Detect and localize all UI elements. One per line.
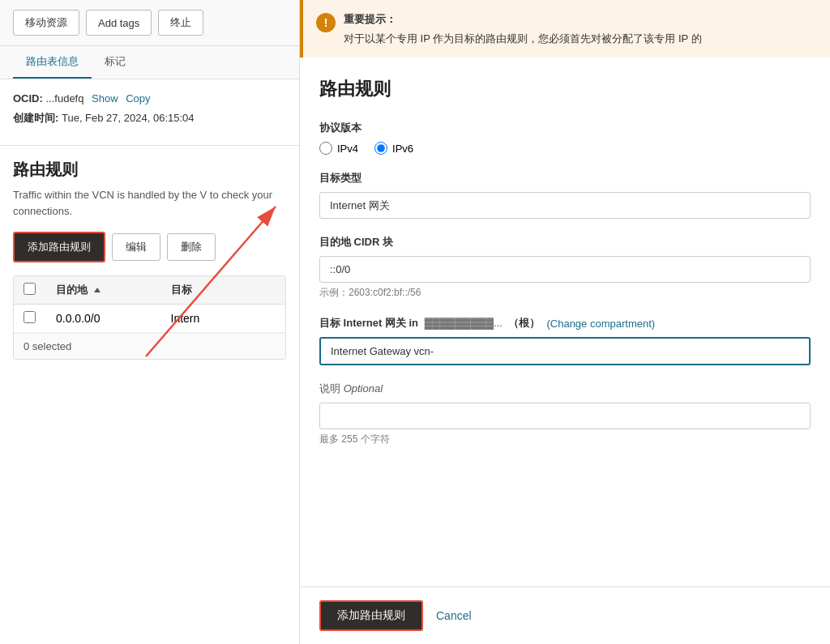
show-link[interactable]: Show	[92, 92, 118, 104]
ipv6-label: IPv6	[392, 143, 413, 155]
select-all-checkbox[interactable]	[24, 283, 36, 295]
description-label-text: 说明	[319, 382, 340, 395]
created-label: 创建时间:	[13, 112, 58, 124]
target-gateway-label-row: 目标 Internet 网关 in ▓▓▓▓▓▓▓▓▓... （根） (Chan…	[319, 316, 811, 331]
row-checkbox-col	[24, 311, 46, 326]
top-toolbar: 移动资源 Add tags 终止	[0, 0, 299, 46]
modal-content: 路由规则 协议版本 IPv4 IPv6 目标类型 目的地 CIDR 块	[300, 58, 830, 586]
move-resource-button[interactable]: 移动资源	[13, 10, 79, 36]
description-hint: 最多 255 个字符	[319, 433, 811, 446]
description-optional: Optional	[344, 382, 383, 395]
table-header: 目的地 目标	[14, 276, 285, 305]
warning-title: 重要提示：	[344, 11, 702, 28]
tab-tags[interactable]: 标记	[92, 46, 139, 79]
protocol-group: 协议版本 IPv4 IPv6	[319, 121, 811, 155]
target-type-input[interactable]	[319, 192, 811, 219]
col-target-header: 目标	[171, 283, 276, 297]
modal-title: 路由规则	[319, 77, 811, 101]
cancel-button[interactable]: Cancel	[436, 609, 472, 622]
right-panel: ! 重要提示： 对于以某个专用 IP 作为目标的路由规则，您必须首先对被分配了该…	[300, 0, 830, 644]
copy-link[interactable]: Copy	[126, 92, 150, 104]
ipv4-label: IPv4	[337, 143, 358, 155]
table-footer: 0 selected	[14, 333, 285, 359]
dest-cidr-group: 目的地 CIDR 块 示例：2603:c0f2:bf::/56	[319, 235, 811, 300]
route-rules-table: 目的地 目标 0.0.0.0/0 Intern 0 selected	[13, 275, 286, 360]
left-panel: 移动资源 Add tags 终止 路由表信息 标记 OCID: ...fudef…	[0, 0, 300, 644]
ocid-label: OCID:	[13, 92, 43, 104]
info-section: OCID: ...fudefq Show Copy 创建时间: Tue, Feb…	[0, 79, 299, 146]
ipv6-radio-item[interactable]: IPv6	[374, 142, 413, 155]
modal-footer: 添加路由规则 Cancel	[300, 586, 830, 644]
warning-banner: ! 重要提示： 对于以某个专用 IP 作为目标的路由规则，您必须首先对被分配了该…	[300, 0, 830, 58]
target-type-group: 目标类型	[319, 171, 811, 219]
warning-body: 对于以某个专用 IP 作为目标的路由规则，您必须首先对被分配了该专用 IP 的	[344, 32, 702, 45]
route-rules-desc: Traffic within the VCN is handled by the…	[13, 187, 286, 219]
tabs-row: 路由表信息 标记	[0, 46, 299, 79]
protocol-label: 协议版本	[319, 121, 811, 135]
target-type-label: 目标类型	[319, 171, 811, 186]
target-gateway-root: （根）	[508, 317, 540, 329]
route-rules-section: 路由规则 Traffic within the VCN is handled b…	[0, 146, 299, 373]
target-gateway-prefix: 目标 Internet 网关 in	[319, 317, 418, 329]
ipv6-radio[interactable]	[374, 142, 387, 155]
row-checkbox[interactable]	[24, 311, 36, 323]
protocol-radio-group: IPv4 IPv6	[319, 142, 811, 155]
dest-cidr-input[interactable]	[319, 256, 811, 283]
description-input[interactable]	[319, 403, 811, 429]
ipv4-radio-item[interactable]: IPv4	[319, 142, 358, 155]
dest-cidr-label: 目的地 CIDR 块	[319, 235, 811, 249]
table-row: 0.0.0.0/0 Intern	[14, 305, 285, 333]
action-toolbar: 添加路由规则 编辑 删除	[13, 232, 286, 262]
tab-route-table[interactable]: 路由表信息	[13, 46, 92, 79]
target-gateway-input[interactable]	[319, 337, 811, 365]
description-label: 说明 Optional	[319, 382, 811, 396]
delete-button[interactable]: 删除	[167, 233, 216, 261]
ocid-value: ...fudefq	[45, 92, 83, 104]
route-rules-title: 路由规则	[13, 159, 286, 181]
target-gateway-group: 目标 Internet 网关 in ▓▓▓▓▓▓▓▓▓... （根） (Chan…	[319, 316, 811, 365]
created-value: Tue, Feb 27, 2024, 06:15:04	[62, 112, 195, 124]
ipv4-radio[interactable]	[319, 142, 332, 155]
submit-route-rule-button[interactable]: 添加路由规则	[319, 600, 423, 631]
stop-button[interactable]: 终止	[158, 10, 203, 36]
col-dest-header: 目的地	[56, 283, 161, 297]
col-dest-label: 目的地	[56, 283, 88, 297]
col-target-label: 目标	[171, 283, 192, 297]
header-checkbox-col	[24, 283, 46, 297]
row-dest: 0.0.0.0/0	[56, 312, 161, 325]
target-gateway-compartment-info: ▓▓▓▓▓▓▓▓▓...	[425, 317, 503, 329]
created-row: 创建时间: Tue, Feb 27, 2024, 06:15:04	[13, 111, 286, 126]
row-target: Intern	[171, 312, 276, 325]
edit-button[interactable]: 编辑	[112, 233, 160, 261]
warning-text: 重要提示： 对于以某个专用 IP 作为目标的路由规则，您必须首先对被分配了该专用…	[344, 11, 702, 46]
add-tags-button[interactable]: Add tags	[86, 10, 152, 36]
sort-arrow-icon	[94, 288, 101, 292]
dest-cidr-hint: 示例：2603:c0f2:bf::/56	[319, 286, 811, 300]
description-group: 说明 Optional 最多 255 个字符	[319, 382, 811, 446]
warning-icon: !	[316, 13, 336, 32]
ocid-row: OCID: ...fudefq Show Copy	[13, 92, 286, 104]
add-route-rule-button[interactable]: 添加路由规则	[13, 232, 105, 262]
target-gateway-label: 目标 Internet 网关 in ▓▓▓▓▓▓▓▓▓... （根）	[319, 316, 540, 331]
change-compartment-link[interactable]: (Change compartment)	[546, 318, 655, 330]
